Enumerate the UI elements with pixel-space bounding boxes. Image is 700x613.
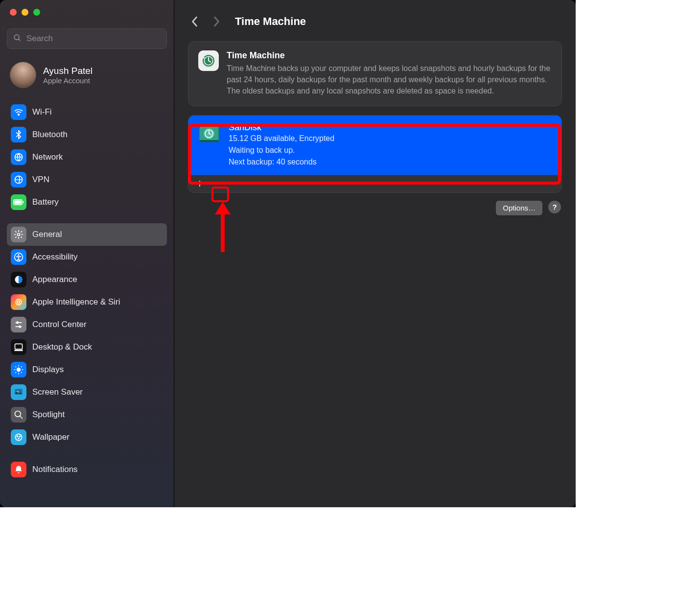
sidebar-item-wifi[interactable]: Wi-Fi [7, 101, 167, 123]
zoom-window-button[interactable] [33, 9, 40, 16]
add-disk-button[interactable] [192, 177, 207, 190]
sidebar-item-general[interactable]: General [7, 223, 167, 246]
search-input[interactable] [26, 34, 161, 44]
disk-status-line: Waiting to back up. [229, 144, 334, 156]
svg-point-2 [18, 114, 20, 116]
close-window-button[interactable] [10, 9, 17, 16]
spotlight-icon [11, 407, 26, 423]
sidebar-item-network[interactable]: Network [7, 146, 167, 168]
svg-point-33 [15, 434, 22, 440]
info-description: Time Machine backs up your computer and … [227, 63, 552, 97]
sidebar-item-cc[interactable]: Control Center [7, 313, 167, 336]
svg-rect-7 [15, 201, 22, 204]
bluetooth-icon [11, 127, 26, 142]
search-field[interactable] [7, 28, 167, 49]
sidebar-item-label: Battery [32, 197, 59, 207]
sidebar-item-label: Appearance [32, 275, 77, 284]
network-icon [11, 149, 26, 165]
appearance-icon [11, 272, 26, 287]
displays-icon [11, 362, 26, 377]
svg-point-10 [18, 254, 19, 256]
remove-disk-button[interactable] [209, 177, 224, 190]
sidebar-nav: Wi-FiBluetoothNetworkVPNBatteryGeneralAc… [7, 101, 167, 481]
vpn-icon [11, 172, 26, 188]
background-right [576, 0, 700, 507]
sidebar-item-dock[interactable]: Desktop & Dock [7, 336, 167, 358]
apple-account-row[interactable]: Ayush Patel Apple Account [7, 61, 167, 89]
sidebar-item-vpn[interactable]: VPN [7, 168, 167, 191]
svg-line-27 [15, 372, 16, 373]
account-name: Ayush Patel [43, 66, 93, 76]
time-machine-app-icon [198, 50, 219, 71]
sidebar-item-displays[interactable]: Displays [7, 358, 167, 381]
sidebar-item-accessibility[interactable]: Accessibility [7, 246, 167, 268]
sidebar-item-label: Accessibility [32, 252, 78, 262]
help-button[interactable]: ? [548, 201, 561, 213]
svg-point-13 [18, 301, 20, 304]
page-title: Time Machine [235, 15, 306, 28]
svg-point-15 [17, 322, 18, 323]
sidebar-item-label: Desktop & Dock [32, 342, 92, 352]
svg-line-28 [21, 366, 22, 367]
sidebar-item-appearance[interactable]: Appearance [7, 268, 167, 291]
cc-icon [11, 317, 26, 332]
content-pane: Time Machine Time Machine Time Machine b… [174, 0, 576, 507]
options-button[interactable]: Options… [496, 201, 542, 215]
background-bottom [0, 507, 700, 613]
sidebar-item-label: Control Center [32, 320, 87, 330]
forward-button[interactable] [210, 15, 223, 28]
svg-point-0 [14, 35, 19, 40]
svg-line-26 [21, 372, 22, 373]
sidebar-item-screensaver[interactable]: Screen Saver [7, 381, 167, 403]
sidebar-item-label: Apple Intelligence & Siri [32, 297, 120, 307]
sidebar-item-notifications[interactable]: Notifications [7, 458, 167, 481]
svg-point-35 [20, 436, 21, 437]
sidebar-item-label: General [32, 230, 62, 239]
sidebar-item-bluetooth[interactable]: Bluetooth [7, 123, 167, 146]
svg-line-25 [15, 366, 16, 367]
general-icon [11, 227, 26, 242]
back-button[interactable] [188, 15, 202, 28]
sidebar-item-label: Spotlight [32, 410, 65, 420]
sidebar-item-label: Network [32, 152, 63, 162]
svg-point-34 [17, 436, 18, 437]
sidebar-item-label: Wallpaper [32, 432, 70, 442]
sidebar: Ayush Patel Apple Account Wi-FiBluetooth… [0, 0, 174, 507]
ai-icon [11, 294, 26, 310]
wifi-icon [11, 104, 26, 120]
sidebar-item-label: Bluetooth [32, 130, 68, 140]
backup-disk-row[interactable]: SanDisk 15.12 GB available, Encrypted Wa… [188, 116, 561, 175]
sidebar-item-ai[interactable]: Apple Intelligence & Siri [7, 291, 167, 313]
battery-icon [11, 194, 26, 210]
backup-disk-icon [197, 122, 221, 146]
disk-next-backup-line: Next backup: 40 seconds [229, 156, 334, 168]
time-machine-info-panel: Time Machine Time Machine backs up your … [188, 41, 562, 106]
sidebar-item-spotlight[interactable]: Spotlight [7, 403, 167, 426]
window-controls [10, 9, 167, 16]
dock-icon [11, 339, 26, 355]
screensaver-icon [11, 384, 26, 400]
wallpaper-icon [11, 429, 26, 445]
accessibility-icon [11, 249, 26, 265]
svg-point-17 [19, 326, 21, 328]
account-subtitle: Apple Account [43, 76, 93, 85]
content-footer: Options… ? [188, 193, 562, 223]
disk-available-line: 15.12 GB available, Encrypted [229, 133, 334, 144]
svg-rect-43 [199, 140, 219, 142]
avatar [10, 62, 36, 88]
minimize-window-button[interactable] [22, 9, 28, 16]
info-title: Time Machine [227, 50, 552, 61]
backup-disk-list: SanDisk 15.12 GB available, Encrypted Wa… [188, 115, 562, 193]
svg-rect-6 [23, 201, 23, 203]
svg-point-12 [16, 299, 22, 305]
settings-window: Ayush Patel Apple Account Wi-FiBluetooth… [0, 0, 576, 507]
disk-name: SanDisk [229, 122, 334, 133]
svg-rect-18 [15, 344, 23, 349]
search-icon [13, 34, 22, 44]
svg-point-8 [18, 234, 20, 236]
svg-point-20 [17, 368, 21, 372]
svg-point-36 [18, 438, 19, 439]
sidebar-item-battery[interactable]: Battery [7, 191, 167, 213]
svg-line-32 [20, 416, 23, 419]
sidebar-item-wallpaper[interactable]: Wallpaper [7, 426, 167, 448]
